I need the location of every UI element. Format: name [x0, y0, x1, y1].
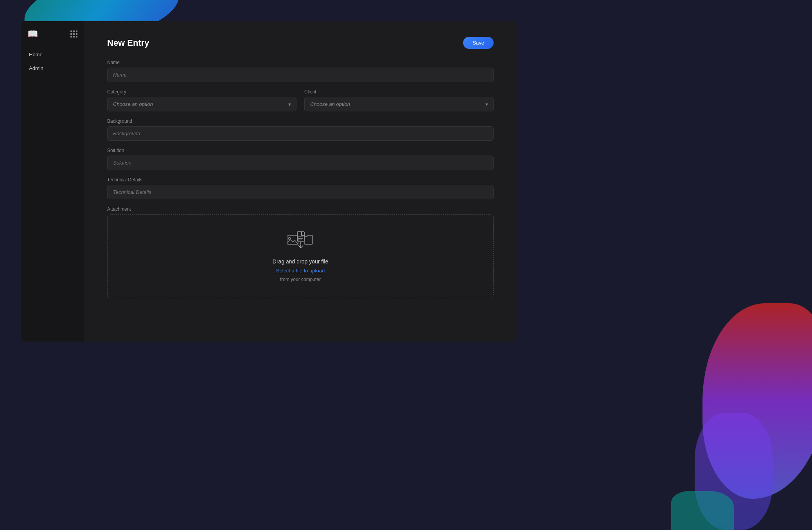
sidebar: 📖 Home Admin — [21, 21, 84, 342]
category-select-wrapper: Choose an option ▼ — [107, 97, 296, 111]
client-select-wrapper: Choose an option ▼ — [304, 97, 494, 111]
attachment-group: Attachment — [107, 206, 494, 298]
attachment-dropzone[interactable]: Drag and drop your file Select a file to… — [107, 214, 494, 298]
svg-rect-0 — [287, 236, 298, 244]
sidebar-header: 📖 — [21, 29, 84, 48]
purple-blob — [695, 413, 773, 530]
red-blob — [702, 303, 812, 499]
sidebar-item-admin[interactable]: Admin — [24, 62, 81, 74]
background-label: Background — [107, 118, 494, 124]
name-group: Name — [107, 60, 494, 82]
category-label: Category — [107, 89, 296, 95]
page-header: New Entry Save — [107, 37, 494, 49]
technical-details-label: Technical Details — [107, 177, 494, 183]
from-computer-text: from your computer — [280, 277, 321, 282]
app-logo: 📖 — [27, 29, 38, 39]
upload-link[interactable]: Select a file to upload — [276, 268, 325, 274]
grid-icon[interactable] — [70, 30, 77, 38]
solution-group: Solution — [107, 148, 494, 170]
name-label: Name — [107, 60, 494, 65]
main-window: 📖 Home Admin New Entry Save Name — [21, 21, 517, 342]
category-group: Category Choose an option ▼ — [107, 89, 296, 111]
name-input[interactable] — [107, 68, 494, 82]
save-button[interactable]: Save — [463, 37, 494, 49]
client-select[interactable]: Choose an option — [304, 97, 494, 111]
background-input[interactable] — [107, 126, 494, 141]
page-title: New Entry — [107, 38, 149, 48]
drag-drop-text: Drag and drop your file — [273, 258, 328, 265]
category-client-row: Category Choose an option ▼ Client Choos… — [107, 89, 494, 111]
sidebar-item-home[interactable]: Home — [24, 48, 81, 61]
main-content: New Entry Save Name Category Choose an o… — [84, 21, 517, 342]
client-label: Client — [304, 89, 494, 95]
technical-details-group: Technical Details — [107, 177, 494, 199]
solution-label: Solution — [107, 148, 494, 153]
category-select[interactable]: Choose an option — [107, 97, 296, 111]
client-group: Client Choose an option ▼ — [304, 89, 494, 111]
sidebar-nav: Home Admin — [21, 48, 84, 74]
background-group: Background — [107, 118, 494, 141]
svg-point-1 — [289, 238, 291, 240]
form-section: Name Category Choose an option ▼ Client — [107, 60, 494, 298]
technical-details-input[interactable] — [107, 185, 494, 199]
attachment-label: Attachment — [107, 206, 494, 212]
solution-input[interactable] — [107, 156, 494, 170]
teal-bottom-blob — [671, 491, 734, 530]
attachment-icon — [286, 230, 314, 252]
